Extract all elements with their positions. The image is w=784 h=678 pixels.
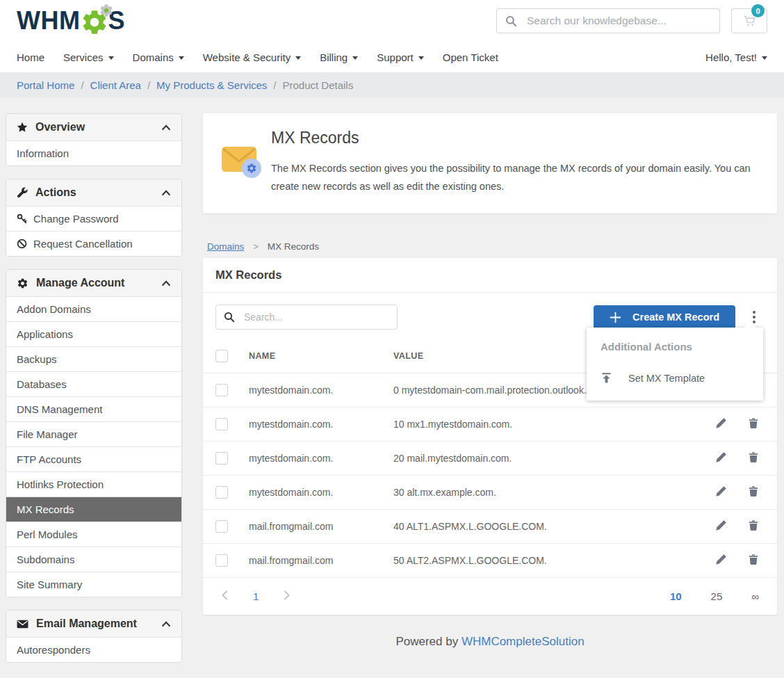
chevron-up-icon bbox=[161, 279, 171, 287]
account-menu[interactable]: Hello, Test! bbox=[705, 51, 767, 63]
plus-icon bbox=[610, 312, 621, 323]
edit-pencil-icon[interactable] bbox=[715, 554, 727, 567]
sidebar-item-dns-management[interactable]: DNS Management bbox=[6, 396, 181, 421]
caret-down-icon bbox=[108, 56, 114, 60]
breadcrumb-my-products[interactable]: My Products & Services bbox=[156, 79, 267, 91]
nav-item-services[interactable]: Services bbox=[63, 51, 114, 63]
knowledgebase-search-input[interactable] bbox=[525, 14, 711, 28]
table-row: mail.fromgmail.com 40 ALT1.ASPMX.L.GOOGL… bbox=[203, 510, 777, 544]
sidebar-item-site-summary[interactable]: Site Summary bbox=[6, 572, 181, 597]
nav-item-support[interactable]: Support bbox=[377, 51, 424, 63]
row-checkbox[interactable] bbox=[215, 418, 228, 430]
breadcrumb-current: Product Details bbox=[282, 79, 353, 91]
delete-trash-icon[interactable] bbox=[748, 485, 759, 499]
nav-item-open-ticket[interactable]: Open Ticket bbox=[443, 51, 498, 63]
sidebar-section-overview: Overview Information bbox=[6, 113, 182, 166]
sidebar-item-databases[interactable]: Databases bbox=[6, 371, 181, 396]
sidebar-item-autoresponders[interactable]: Autoresponders bbox=[6, 637, 181, 662]
key-icon bbox=[17, 213, 27, 224]
edit-pencil-icon[interactable] bbox=[715, 485, 727, 499]
module-breadcrumb-current: MX Records bbox=[268, 241, 319, 252]
breadcrumb: Portal Home / Client Area / My Products … bbox=[0, 72, 784, 97]
cart-count-badge: 0 bbox=[751, 4, 765, 17]
chevron-up-icon bbox=[161, 620, 171, 628]
mx-records-panel: MX Records Create MX Record bbox=[203, 258, 777, 615]
top-header: WHM S 0 bbox=[0, 0, 784, 42]
page-size-10[interactable]: 10 bbox=[666, 590, 686, 603]
row-checkbox[interactable] bbox=[215, 384, 228, 396]
create-mx-record-button[interactable]: Create MX Record bbox=[594, 305, 735, 330]
page-size-all[interactable]: ∞ bbox=[747, 590, 763, 603]
record-value: 20 mail.mytestdomain.com. bbox=[386, 442, 690, 476]
star-icon bbox=[17, 122, 28, 133]
sidebar-header-actions[interactable]: Actions bbox=[6, 179, 181, 206]
page-header-card: MX Records The MX Records section gives … bbox=[203, 113, 777, 213]
sidebar-header-manage-account[interactable]: Manage Account bbox=[6, 270, 181, 296]
delete-trash-icon[interactable] bbox=[748, 451, 759, 465]
ban-icon bbox=[17, 239, 27, 249]
sidebar-header-email-management[interactable]: Email Management bbox=[6, 611, 181, 637]
delete-trash-icon[interactable] bbox=[748, 519, 759, 533]
caret-down-icon bbox=[295, 56, 301, 60]
whmcs-logo[interactable]: WHM S bbox=[17, 4, 125, 38]
edit-pencil-icon[interactable] bbox=[715, 451, 727, 465]
sidebar-item-change-password[interactable]: Change Password bbox=[6, 206, 181, 231]
envelope-gear-icon bbox=[221, 129, 257, 195]
upload-icon bbox=[601, 372, 612, 384]
dropdown-item-set-mx-template[interactable]: Set MX Template bbox=[587, 364, 763, 392]
sidebar-item-applications[interactable]: Applications bbox=[6, 321, 181, 346]
sidebar-item-addon-domains[interactable]: Addon Domains bbox=[6, 296, 181, 321]
delete-trash-icon[interactable] bbox=[748, 554, 759, 567]
envelope-icon bbox=[17, 619, 28, 629]
sidebar-item-subdomains[interactable]: Subdomains bbox=[6, 547, 181, 572]
breadcrumb-client-area[interactable]: Client Area bbox=[90, 79, 141, 91]
table-row: mytestdomain.com. 30 alt.mx.example.com. bbox=[203, 476, 777, 510]
sidebar-item-file-manager[interactable]: File Manager bbox=[6, 421, 181, 446]
nav-item-domains[interactable]: Domains bbox=[133, 51, 184, 63]
row-checkbox[interactable] bbox=[215, 486, 228, 499]
page-size-25[interactable]: 25 bbox=[707, 590, 727, 603]
table-row: mytestdomain.com. 20 mail.mytestdomain.c… bbox=[203, 442, 777, 476]
breadcrumb-portal-home[interactable]: Portal Home bbox=[17, 79, 74, 91]
sidebar-item-mx-records[interactable]: MX Records bbox=[6, 497, 181, 522]
page-number[interactable]: 1 bbox=[253, 590, 259, 602]
page-title: MX Records bbox=[271, 129, 756, 147]
sidebar-item-backups[interactable]: Backups bbox=[6, 346, 181, 371]
row-checkbox[interactable] bbox=[215, 554, 228, 567]
cart-button[interactable]: 0 bbox=[731, 8, 767, 33]
delete-trash-icon[interactable] bbox=[748, 417, 759, 431]
caret-down-icon bbox=[352, 56, 358, 60]
whmcompletesolution-link[interactable]: WHMCompleteSolution bbox=[462, 635, 585, 648]
sidebar-item-ftp-accounts[interactable]: FTP Accounts bbox=[6, 446, 181, 471]
sidebar-item-hotlinks-protection[interactable]: Hotlinks Protection bbox=[6, 471, 181, 497]
edit-pencil-icon[interactable] bbox=[715, 519, 727, 533]
cart-icon bbox=[743, 15, 756, 27]
dropdown-header: Additional Actions bbox=[587, 341, 763, 364]
select-all-checkbox[interactable] bbox=[215, 350, 228, 362]
sidebar-item-perl-modules[interactable]: Perl Modules bbox=[6, 522, 181, 547]
record-name: mail.fromgmail.com bbox=[242, 510, 386, 544]
sidebar-item-request-cancellation[interactable]: Request Cancellation bbox=[6, 231, 181, 256]
nav-item-website-security[interactable]: Website & Security bbox=[203, 51, 301, 63]
edit-pencil-icon[interactable] bbox=[715, 417, 727, 431]
gear-icon bbox=[99, 3, 114, 18]
module-breadcrumb: Domains > MX Records bbox=[207, 241, 777, 252]
chevron-up-icon bbox=[161, 123, 171, 131]
page-description: The MX Records section gives you the pos… bbox=[271, 159, 756, 195]
chevron-up-icon bbox=[161, 188, 171, 197]
caret-down-icon bbox=[418, 56, 424, 60]
nav-item-billing[interactable]: Billing bbox=[320, 51, 358, 63]
records-search-input[interactable] bbox=[243, 311, 389, 323]
row-checkbox[interactable] bbox=[215, 452, 228, 465]
chevron-left-icon[interactable] bbox=[217, 588, 232, 604]
whmcs-client-area-page: WHM S 0 Home Service bbox=[0, 0, 784, 678]
record-value: 10 mx1.mytestdomain.com. bbox=[386, 407, 690, 442]
chevron-right-icon[interactable] bbox=[279, 588, 295, 604]
caret-down-icon bbox=[179, 56, 184, 60]
sidebar-item-information[interactable]: Information bbox=[6, 140, 181, 166]
module-breadcrumb-domains[interactable]: Domains bbox=[207, 241, 244, 252]
search-icon bbox=[224, 312, 235, 323]
nav-item-home[interactable]: Home bbox=[17, 51, 44, 63]
row-checkbox[interactable] bbox=[215, 520, 228, 533]
sidebar-header-overview[interactable]: Overview bbox=[6, 114, 181, 140]
